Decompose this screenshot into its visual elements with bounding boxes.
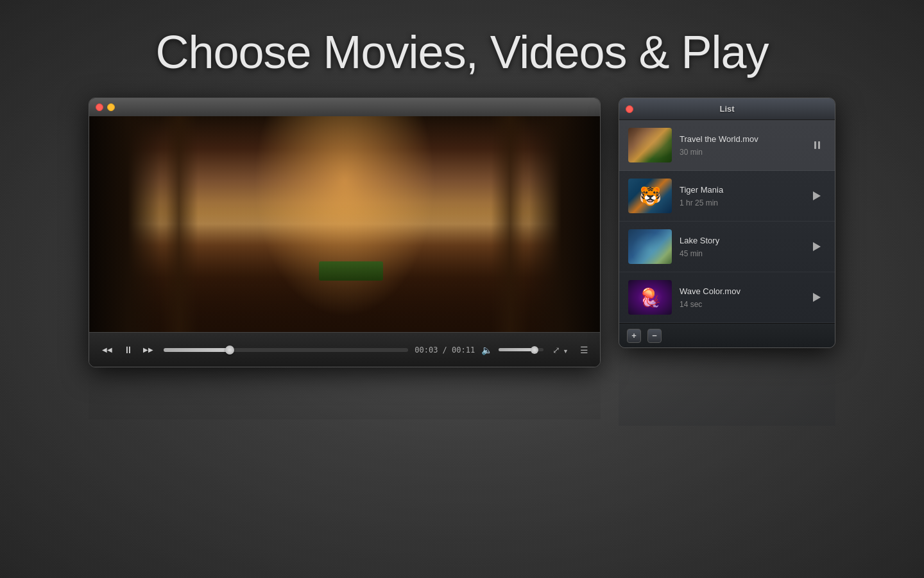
playlist-duration-wave: 14 sec — [680, 300, 800, 309]
pause-icon: ⏸ — [123, 344, 133, 355]
pillar-left-1 — [89, 116, 166, 332]
rewind-icon: ◀◀ — [102, 346, 112, 353]
fullscreen-icon: ⤢ — [552, 345, 560, 355]
fullscreen-button[interactable]: ⤢ ▼ — [550, 342, 571, 358]
playlist-header: List — [619, 98, 835, 120]
controls-bar: ◀◀ ⏸ ▶▶ 00:03 / 00:11 🔈 — [89, 332, 600, 367]
playlist-footer: + − — [619, 323, 835, 347]
player-titlebar — [89, 98, 600, 116]
play-action-tiger[interactable] — [808, 187, 826, 205]
playlist-name-wave: Wave Color.mov — [680, 286, 800, 296]
player-reflection — [89, 368, 601, 419]
playlist-name-travel: Travel the World.mov — [680, 134, 800, 144]
playlist-info-wave: Wave Color.mov 14 sec — [680, 286, 800, 309]
thumbnail-lake — [628, 229, 672, 264]
playlist-info-travel: Travel the World.mov 30 min — [680, 134, 800, 157]
play-icon-wave — [813, 293, 821, 302]
playlist-close-button[interactable] — [626, 105, 633, 113]
playlist-item-wave[interactable]: Wave Color.mov 14 sec — [619, 272, 835, 323]
play-icon-tiger — [813, 191, 821, 200]
volume-thumb[interactable] — [531, 346, 538, 354]
pillar-left-2 — [160, 116, 198, 332]
progress-thumb[interactable] — [225, 346, 234, 355]
playlist-info-lake: Lake Story 45 min — [680, 236, 800, 258]
playlist-title: List — [719, 104, 734, 114]
play-action-wave[interactable] — [808, 288, 826, 306]
rewind-button[interactable]: ◀◀ — [98, 341, 116, 359]
add-button[interactable]: + — [627, 329, 641, 343]
thumbnail-tiger — [628, 179, 672, 213]
playlist-name-lake: Lake Story — [680, 236, 800, 245]
pillar-right-1 — [523, 116, 600, 332]
list-view-button[interactable]: ☰ — [578, 342, 591, 358]
thumbnail-travel — [628, 128, 672, 162]
main-layout: ◀◀ ⏸ ▶▶ 00:03 / 00:11 🔈 — [0, 78, 924, 426]
playlist-item-travel[interactable]: Travel the World.mov 30 min — [619, 120, 835, 171]
playlist-duration-lake: 45 min — [680, 249, 800, 258]
playlist-panel: List Travel the World.mov 30 min — [619, 98, 835, 348]
progress-fill — [164, 348, 230, 352]
playlist-item-tiger[interactable]: Tiger Mania 1 hr 25 min — [619, 171, 835, 222]
pause-action-travel[interactable] — [808, 136, 826, 154]
video-area[interactable] — [89, 116, 600, 332]
playlist-items: Travel the World.mov 30 min Tiger Man — [619, 120, 835, 323]
pillar-right-2 — [491, 116, 529, 332]
thumbnail-wave — [628, 280, 672, 315]
minimize-button[interactable] — [107, 103, 115, 111]
close-button[interactable] — [96, 103, 103, 111]
video-player: ◀◀ ⏸ ▶▶ 00:03 / 00:11 🔈 — [89, 98, 601, 419]
volume-bar[interactable] — [499, 348, 543, 351]
play-action-lake[interactable] — [808, 238, 826, 256]
pause-bar-2 — [818, 141, 820, 149]
playlist-duration-travel: 30 min — [680, 148, 800, 157]
list-icon: ☰ — [580, 345, 588, 355]
pause-bar-1 — [814, 141, 816, 149]
volume-fill — [499, 348, 535, 351]
pause-icon-travel — [814, 141, 820, 149]
playlist-container: List Travel the World.mov 30 min — [619, 98, 835, 426]
playlist-item-lake[interactable]: Lake Story 45 min — [619, 222, 835, 272]
time-display: 00:03 / 00:11 — [415, 346, 475, 355]
volume-icon[interactable]: 🔈 — [481, 345, 492, 355]
fullscreen-dropdown-icon: ▼ — [563, 348, 569, 355]
video-player-window: ◀◀ ⏸ ▶▶ 00:03 / 00:11 🔈 — [89, 98, 601, 367]
playlist-duration-tiger: 1 hr 25 min — [680, 198, 800, 207]
progress-bar[interactable] — [164, 348, 408, 352]
play-icon-lake — [813, 242, 821, 251]
pause-button[interactable]: ⏸ — [119, 341, 137, 359]
remove-button[interactable]: − — [647, 329, 662, 343]
playlist-reflection — [619, 349, 835, 426]
forward-button[interactable]: ▶▶ — [139, 341, 157, 359]
playlist-info-tiger: Tiger Mania 1 hr 25 min — [680, 185, 800, 207]
floor-object — [319, 261, 383, 281]
playlist-name-tiger: Tiger Mania — [680, 185, 800, 195]
forward-icon: ▶▶ — [143, 346, 153, 353]
transport-controls: ◀◀ ⏸ ▶▶ — [98, 341, 157, 359]
page-title: Choose Movies, Videos & Play — [0, 0, 924, 78]
